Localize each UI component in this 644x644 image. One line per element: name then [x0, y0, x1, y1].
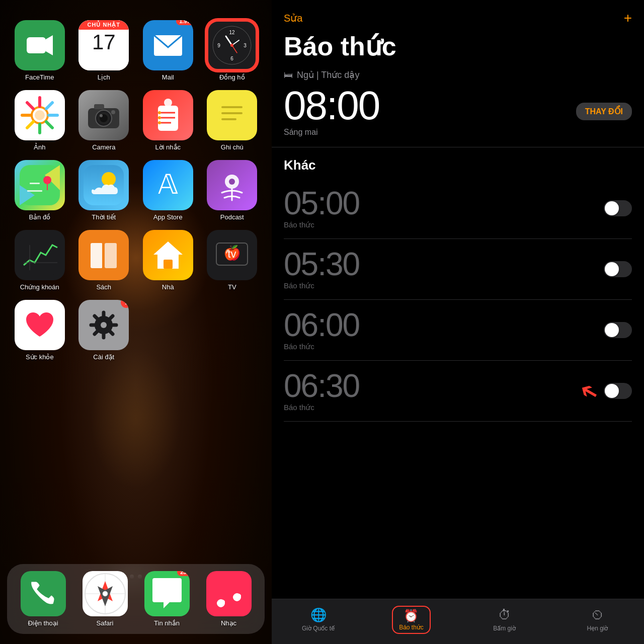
app-camera[interactable]: Camera: [76, 90, 132, 151]
world-clock-label: Giờ Quốc tế: [302, 625, 335, 632]
alarm-info-0630: 06:30 Báo thức: [284, 370, 359, 412]
settings-badge: 1: [121, 300, 129, 308]
app-weather[interactable]: Thời tiết: [76, 160, 132, 221]
svg-rect-40: [84, 165, 124, 205]
tab-alarm[interactable]: ⏰ Báo thức: [365, 606, 458, 634]
tab-stopwatch[interactable]: ⏱ Bấm giờ: [458, 607, 551, 632]
sleep-label: 🛏 Ngủ | Thức dậy: [284, 69, 632, 80]
alarm-toggle-0630[interactable]: [604, 383, 632, 399]
app-mail[interactable]: 1.974 Mail: [140, 20, 196, 81]
svg-point-20: [100, 114, 103, 117]
alarm-info-0600: 06:00 Báo thức: [284, 309, 359, 351]
messages-label: Tin nhắn: [154, 619, 180, 627]
svg-marker-1: [46, 35, 53, 55]
svg-text:12: 12: [229, 30, 235, 35]
facetime-icon: [15, 20, 65, 70]
tab-world-clock[interactable]: 🌐 Giờ Quốc tế: [272, 607, 365, 632]
alarm-sub-0500: Báo thức: [284, 220, 359, 229]
phone-icon: [21, 571, 66, 616]
sleep-time: 08:00: [284, 86, 379, 126]
tv-icon: 🍎 tv: [207, 230, 257, 280]
calendar-label: Lịch: [98, 73, 110, 81]
svg-rect-51: [105, 243, 117, 268]
app-clock[interactable]: 12 3 6 9 Đồng hồ: [205, 20, 260, 81]
alarm-info-0530: 05:30 Báo thức: [284, 248, 359, 290]
reminders-label: Lời nhắc: [155, 143, 181, 151]
add-button[interactable]: +: [624, 10, 632, 26]
dock-music[interactable]: Nhạc: [206, 571, 252, 627]
app-grid: FaceTime CHỦ NHẬT 17 Lịch 1.974 Mail: [0, 0, 272, 371]
stocks-icon: [15, 230, 65, 280]
alarm-time-0500: 05:00: [284, 187, 359, 219]
clock-icon: 12 3 6 9: [207, 20, 257, 70]
alarm-time-0530: 05:30: [284, 248, 359, 280]
tab-timer[interactable]: ⏲ Hẹn giờ: [551, 607, 644, 632]
alarm-item-0600[interactable]: 06:00 Báo thức: [284, 300, 632, 361]
app-maps[interactable]: Bản đồ: [12, 160, 67, 221]
camera-icon: [78, 90, 129, 140]
app-calendar[interactable]: CHỦ NHẬT 17 Lịch: [76, 20, 132, 81]
svg-rect-38: [27, 190, 42, 192]
weather-icon: [78, 160, 129, 210]
svg-rect-37: [30, 183, 40, 184]
toggle-knob-0600: [605, 323, 619, 337]
alarm-toggle-0530[interactable]: [604, 261, 632, 277]
messages-icon: 238: [144, 571, 190, 616]
svg-point-27: [158, 111, 161, 114]
mail-icon: 1.974: [143, 20, 193, 70]
app-tv[interactable]: 🍎 tv TV: [205, 230, 260, 291]
books-label: Sách: [96, 283, 111, 291]
sleep-time-row: 08:00 Sáng mai THAY ĐỔI: [284, 86, 632, 137]
svg-rect-32: [221, 112, 243, 114]
dock-phone[interactable]: Điện thoại: [21, 571, 66, 627]
empty-slot-2: [205, 300, 260, 361]
app-podcasts[interactable]: Podcast: [205, 160, 260, 221]
app-health[interactable]: Sức khỏe: [12, 300, 67, 361]
timer-label: Hẹn giờ: [587, 625, 608, 632]
app-home[interactable]: Nhà: [140, 230, 196, 291]
stopwatch-icon: ⏱: [498, 607, 511, 623]
alarm-sub-0600: Báo thức: [284, 342, 359, 351]
toggle-knob-0630: [605, 384, 619, 398]
edit-button[interactable]: Sửa: [284, 12, 302, 24]
svg-rect-50: [91, 243, 103, 268]
music-icon: [206, 571, 252, 616]
app-stocks[interactable]: Chứng khoán: [12, 230, 67, 291]
alarm-toggle-0500[interactable]: [604, 200, 632, 216]
dock: Điện thoại Safari: [7, 564, 265, 634]
dock-messages[interactable]: 238 Tin nhắn: [144, 571, 190, 627]
svg-text:9: 9: [217, 43, 220, 48]
change-button[interactable]: THAY ĐỔI: [576, 103, 632, 120]
alarm-info-0500: 05:00 Báo thức: [284, 187, 359, 229]
app-photos[interactable]: Ảnh: [12, 90, 67, 151]
facetime-label: FaceTime: [25, 73, 54, 81]
alarm-toggle-0600[interactable]: [604, 322, 632, 338]
clock-label: Đồng hồ: [219, 73, 245, 81]
sleep-section: 🛏 Ngủ | Thức dậy 08:00 Sáng mai THAY ĐỔI: [272, 69, 644, 147]
app-books[interactable]: Sách: [76, 230, 132, 291]
svg-text:𝔸: 𝔸: [158, 169, 178, 199]
svg-rect-30: [217, 97, 247, 133]
alarm-screen: Sửa + Báo thức 🛏 Ngủ | Thức dậy 08:00 Sá…: [272, 0, 644, 644]
appstore-label: App Store: [153, 213, 183, 221]
alarm-time-0600: 06:00: [284, 309, 359, 341]
svg-text:6: 6: [230, 56, 233, 61]
app-reminders[interactable]: Lời nhắc: [140, 90, 196, 151]
messages-badge: 238: [177, 571, 189, 576]
app-notes[interactable]: Ghi chú: [205, 90, 260, 151]
photos-icon: [15, 90, 65, 140]
app-appstore[interactable]: 𝔸 App Store: [140, 160, 196, 221]
mail-badge: 1.974: [176, 20, 193, 25]
stopwatch-label: Bấm giờ: [493, 625, 516, 632]
alarm-item-0630[interactable]: 06:30 Báo thức ➔: [284, 361, 632, 422]
alarm-item-0530[interactable]: 05:30 Báo thức: [284, 239, 632, 300]
svg-point-21: [111, 110, 115, 114]
weather-label: Thời tiết: [92, 213, 116, 221]
toggle-knob-0500: [605, 201, 619, 215]
alarm-item-0500[interactable]: 05:00 Báo thức: [284, 178, 632, 239]
app-facetime[interactable]: FaceTime: [12, 20, 67, 81]
app-settings[interactable]: 1 Cài đặt: [76, 300, 132, 361]
red-arrow-indicator: ➔: [575, 375, 604, 407]
health-label: Sức khỏe: [26, 353, 54, 361]
dock-safari[interactable]: Safari: [83, 571, 128, 627]
